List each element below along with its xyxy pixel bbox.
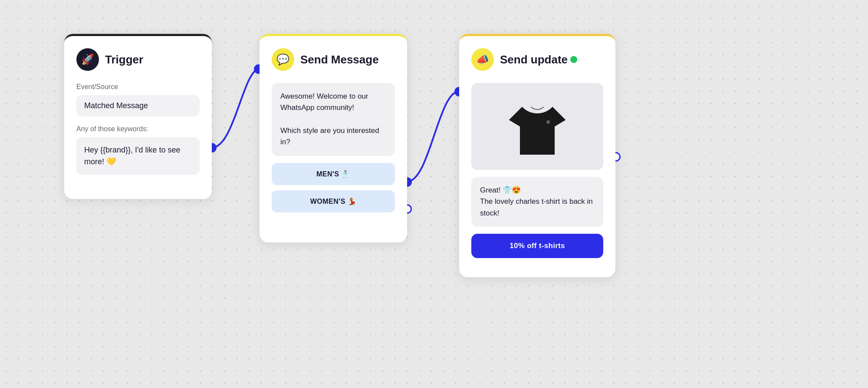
svg-point-0 (546, 120, 550, 124)
trigger-icon: 🚀 (81, 53, 94, 66)
send-message-icon-circle: 💬 (272, 48, 294, 71)
trigger-field-value: Matched Message (76, 95, 200, 116)
canvas: 🚀 Trigger Event/Source Matched Message A… (0, 0, 868, 388)
trigger-keywords-label: Any of those keywords: (76, 125, 200, 133)
update-text: Great! 👕😍The lovely charles t-shirt is b… (471, 177, 603, 227)
trigger-field-label: Event/Source (76, 83, 200, 91)
cta-button[interactable]: 10% off t-shirts (471, 234, 603, 258)
trigger-icon-circle: 🚀 (76, 48, 99, 71)
option-mens[interactable]: MEN'S 🕺 (272, 163, 395, 185)
cta-button-label: 10% off t-shirts (510, 242, 565, 250)
trigger-card: 🚀 Trigger Event/Source Matched Message A… (64, 34, 212, 199)
send-message-icon: 💬 (276, 53, 289, 66)
trigger-card-header: 🚀 Trigger (76, 48, 200, 71)
send-message-card-title: Send Message (300, 53, 379, 66)
option-womens[interactable]: WOMEN'S 💃 (272, 190, 395, 212)
send-update-card-header: 📣 Send update (471, 48, 603, 71)
option-mens-label: MEN'S 🕺 (316, 170, 350, 178)
send-message-card: 💬 Send Message Awesome! Welcome to our W… (260, 34, 407, 242)
send-update-card: 📣 Send update Great! � (459, 34, 615, 277)
send-update-card-title: Send update (500, 53, 568, 66)
tshirt-svg (509, 94, 566, 159)
trigger-card-title: Trigger (105, 53, 143, 66)
product-image (471, 83, 603, 170)
online-indicator (570, 56, 577, 63)
send-update-icon-circle: 📣 (471, 48, 494, 71)
send-message-bubble: Awesome! Welcome to our WhatsApp communi… (272, 83, 395, 156)
send-update-icon: 📣 (476, 53, 489, 66)
option-womens-label: WOMEN'S 💃 (310, 198, 357, 205)
send-message-card-header: 💬 Send Message (272, 48, 395, 71)
trigger-keywords-value: Hey {{brand}}, I'd like to see more! 💛 (76, 137, 200, 175)
